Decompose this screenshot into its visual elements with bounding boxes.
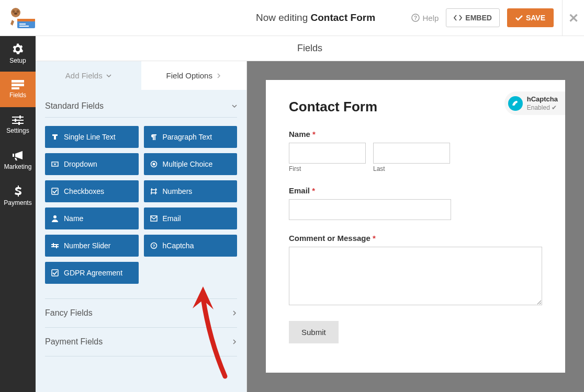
svg-rect-3 (19, 26, 29, 27)
close-button[interactable]: ✕ (562, 0, 584, 36)
svg-point-7 (14, 13, 17, 15)
svg-rect-12 (12, 87, 19, 89)
gear-icon (12, 43, 24, 55)
radio-icon (150, 160, 158, 168)
tab-add-fields[interactable]: Add Fields (36, 61, 141, 90)
email-input[interactable] (289, 199, 451, 220)
svg-rect-22 (52, 188, 58, 194)
help-link[interactable]: ? Help (411, 14, 439, 22)
svg-rect-1 (17, 19, 35, 21)
hash-icon (150, 188, 158, 195)
form-icon (12, 80, 24, 89)
form-preview: hCaptcha Enabled ✔ Contact Form Name * F… (247, 61, 584, 392)
svg-rect-11 (12, 84, 24, 86)
section-header: Fields (36, 36, 584, 61)
message-textarea[interactable] (289, 247, 542, 305)
check-badge-icon: ✔ (552, 104, 557, 111)
first-sublabel: First (289, 165, 366, 172)
nav-settings-label: Settings (6, 127, 29, 134)
svg-rect-18 (18, 122, 20, 125)
nav-fields-label: Fields (9, 91, 26, 99)
sliders-icon (12, 116, 24, 125)
email-label: Email * (289, 186, 542, 195)
field-checkboxes[interactable]: Checkboxes (45, 180, 139, 202)
captcha-status: Enabled (527, 104, 550, 111)
svg-rect-10 (12, 80, 24, 83)
nav-settings[interactable]: Settings (0, 107, 36, 143)
svg-rect-24 (151, 216, 157, 221)
svg-rect-31 (52, 270, 58, 276)
dropdown-icon (51, 160, 59, 168)
field-numbers[interactable]: Numbers (144, 180, 238, 202)
check-icon (515, 15, 523, 21)
field-email[interactable]: Email (144, 207, 238, 229)
svg-rect-16 (19, 116, 21, 119)
editing-title: Contact Form (311, 12, 376, 23)
hcaptcha-icon (508, 96, 523, 111)
dollar-icon (14, 186, 21, 197)
svg-rect-15 (12, 123, 24, 124)
last-name-input[interactable] (373, 143, 450, 164)
nav-marketing[interactable]: Marketing (0, 143, 36, 178)
svg-text:?: ? (152, 244, 155, 248)
megaphone-icon (12, 151, 24, 161)
svg-rect-26 (51, 246, 59, 247)
checkbox-icon (51, 269, 59, 276)
code-icon (454, 15, 462, 21)
shield-icon: ? (150, 242, 158, 249)
svg-rect-14 (12, 120, 24, 121)
text-icon (51, 133, 59, 141)
field-hcaptcha[interactable]: ?hCaptcha (144, 235, 238, 257)
svg-rect-28 (56, 245, 57, 248)
captcha-name: hCaptcha (527, 95, 558, 103)
help-icon: ? (411, 14, 420, 22)
field-paragraph-text[interactable]: Paragraph Text (144, 126, 238, 148)
tab-field-options[interactable]: Field Options (141, 61, 247, 90)
first-name-input[interactable] (289, 143, 366, 164)
standard-fields-toggle[interactable]: Standard Fields (45, 90, 237, 117)
svg-point-21 (152, 163, 155, 166)
chevron-right-icon (232, 310, 237, 316)
nav-setup[interactable]: Setup (0, 36, 36, 72)
field-panel: Add Fields Field Options Standard Fields (36, 61, 247, 392)
top-bar: Now editing Contact Form ? Help EMBED SA… (0, 0, 584, 36)
editing-prefix: Now editing (256, 12, 311, 23)
form-card: hCaptcha Enabled ✔ Contact Form Name * F… (266, 80, 565, 373)
svg-point-6 (17, 10, 19, 13)
nav-fields[interactable]: Fields (0, 72, 36, 107)
field-dropdown[interactable]: Dropdown (45, 153, 139, 175)
chevron-right-icon (232, 339, 237, 344)
paragraph-icon (150, 133, 158, 141)
svg-rect-2 (19, 24, 26, 25)
last-sublabel: Last (373, 165, 450, 172)
save-button[interactable]: SAVE (507, 8, 554, 27)
field-single-line-text[interactable]: Single Line Text (45, 126, 139, 148)
svg-rect-17 (15, 119, 16, 122)
chevron-down-icon (232, 103, 237, 109)
submit-button[interactable]: Submit (289, 321, 339, 343)
captcha-badge: hCaptcha Enabled ✔ (504, 91, 565, 115)
envelope-icon (150, 215, 158, 222)
svg-point-23 (53, 215, 57, 218)
nav-payments[interactable]: Payments (0, 178, 36, 214)
message-label: Comment or Message * (289, 234, 542, 243)
payment-fields-toggle[interactable]: Payment Fields (45, 328, 237, 356)
svg-rect-25 (51, 244, 59, 245)
chevron-right-icon (216, 73, 221, 78)
field-number-slider[interactable]: Number Slider (45, 235, 139, 257)
slider-icon (51, 242, 59, 249)
nav-payments-label: Payments (4, 199, 31, 206)
name-label: Name * (289, 130, 542, 139)
app-logo (0, 0, 47, 36)
svg-rect-27 (53, 243, 54, 246)
nav-marketing-label: Marketing (4, 163, 32, 170)
field-name[interactable]: Name (45, 207, 139, 229)
field-multiple-choice[interactable]: Multiple Choice (144, 153, 238, 175)
svg-text:?: ? (414, 15, 417, 21)
side-nav: Setup Fields Settings Marketing Payments (0, 36, 36, 392)
svg-rect-13 (12, 117, 24, 118)
embed-button[interactable]: EMBED (446, 8, 500, 27)
fancy-fields-toggle[interactable]: Fancy Fields (45, 299, 237, 327)
nav-setup-label: Setup (9, 57, 26, 64)
field-gdpr[interactable]: GDPR Agreement (45, 262, 139, 284)
